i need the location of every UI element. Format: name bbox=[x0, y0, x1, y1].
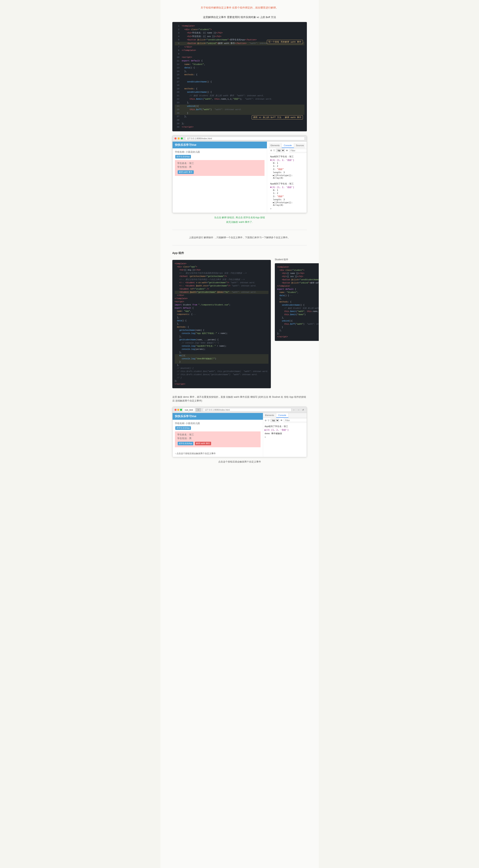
green-annotation-1: 当点击 解绑 按钮后, 再点击 把学生名给App 按钮 bbox=[172, 216, 307, 219]
devtools-clear[interactable]: ⊘ bbox=[270, 149, 272, 152]
code-block-1: 1<template> 2 <div class="student"> 3 <h… bbox=[172, 22, 307, 131]
btn-unbind-2[interactable]: 解绑 wahh 事件 bbox=[195, 442, 211, 445]
browser-tab-active-2[interactable]: vue_test bbox=[183, 408, 195, 412]
student-section-2: 学生姓名：张三 学生性别：男 把学生名给App 解绑 wahh 事件 bbox=[175, 431, 261, 447]
browser-mockup-2: vue_test + 127.0.0.1:8080/index.html ← →… bbox=[172, 407, 307, 457]
devtools-filter-icon-2: ▽ bbox=[268, 419, 269, 422]
middle-text: 上面这样进行 解绑操作 ，只能解绑一个自定义事件，下面我们来学习一下解绑多个自定… bbox=[172, 236, 307, 239]
browser-content-1: 快快乐乐学习Vue 学校名称: 小葵花幼儿园 把学生名给App 学生姓名：张三 … bbox=[173, 142, 307, 213]
devtools-top-select[interactable]: top bbox=[276, 149, 285, 152]
browser-tab-plus-2[interactable]: + bbox=[196, 408, 201, 412]
devtools-tab-elements-2[interactable]: Elements bbox=[263, 413, 276, 417]
bottom-note: 点击这个按钮后就会触发两个自定义事件 bbox=[172, 460, 307, 464]
student-code-col: Student 组件 <template> <div class="studen… bbox=[275, 258, 319, 392]
devtools-content-1: App收到了学生名：张三 ▼(3) [1, 2, '你好'] 0: 1 1: 2… bbox=[269, 153, 305, 211]
browser-devtools-1: Elements Console Sources Network ⊘ ▽ top… bbox=[267, 142, 307, 213]
devtools-top-select-2[interactable]: top bbox=[270, 419, 279, 422]
vue-app-header-1: 快快乐乐学习Vue bbox=[173, 142, 267, 148]
console-array-b1: ▶(3) [1, 2, '你好'] bbox=[265, 429, 305, 431]
code-annotation-2: 调用 vc 身上的 $off 方法 ，解绑 mahh 事件 bbox=[252, 115, 303, 119]
browser-nav-forward[interactable]: → bbox=[297, 409, 301, 411]
code-annotation-1: 写一个按钮 用来解绑 wahh 事件 bbox=[267, 40, 303, 44]
devtools-eye-2: 👁 bbox=[280, 419, 282, 422]
btn-get-student-2[interactable]: 把学生名给App bbox=[178, 442, 194, 445]
browser-nav-back[interactable]: ← bbox=[292, 409, 296, 411]
code-block-app: <template> <div class="app"> <h3>{{ msg … bbox=[172, 260, 271, 388]
app-code-col: <template> <div class="app"> <h3>{{ msg … bbox=[172, 258, 271, 392]
page-wrapper: 关于给组件解绑自定义事件 在那个组件绑定的，就在哪里进行解绑。 这里解绑自定义事… bbox=[161, 0, 319, 868]
browser-toolbar-1: 127.0.0.1:8080/index.html bbox=[173, 135, 307, 142]
browser-left-1: 快快乐乐学习Vue 学校名称: 小葵花幼儿园 把学生名给App 学生姓名：张三 … bbox=[173, 142, 267, 213]
devtools-tabs-2: Elements Console bbox=[263, 413, 307, 418]
section-heading: App 组件 bbox=[172, 251, 307, 255]
devtools-tab-console[interactable]: Console bbox=[282, 143, 294, 148]
top-notice: 关于给组件解绑自定义事件 在那个组件绑定的，就在哪里进行解绑。 bbox=[172, 4, 307, 11]
devtools-toolbar-1: ⊘ ▽ top 👁 bbox=[269, 148, 305, 153]
browser-dot-red-2 bbox=[174, 409, 176, 411]
school-label-2: 学校名称: 小葵花幼儿园 bbox=[175, 422, 261, 425]
browser-dot-green-1 bbox=[181, 137, 183, 140]
devtools-filter-input-2[interactable] bbox=[284, 418, 307, 422]
devtools-tab-console-2[interactable]: Console bbox=[276, 413, 288, 418]
code-block-student: <template> <div class="student"> <h2>{{ … bbox=[275, 263, 319, 341]
browser-url-2: 127.0.0.1:8080/index.html bbox=[203, 408, 292, 412]
devtools-clear-2[interactable]: ⊘ bbox=[265, 419, 267, 422]
devtools-filter-input[interactable] bbox=[289, 149, 307, 152]
devtools-tabs-1: Elements Console Sources Network bbox=[269, 143, 305, 148]
devtools-tab-sources[interactable]: Sources bbox=[294, 143, 306, 148]
browser-toolbar-2: vue_test + 127.0.0.1:8080/index.html ← →… bbox=[173, 407, 307, 413]
btn-get-1[interactable]: 把学生名给App bbox=[175, 155, 191, 158]
student-name-2: 学生姓名：张三 bbox=[177, 433, 258, 436]
two-col-1: <template> <div class="app"> <h3>{{ msg … bbox=[172, 258, 307, 392]
student-col-label: Student 组件 bbox=[275, 258, 319, 261]
console-log-b2: demo 事件被触发 bbox=[265, 432, 305, 435]
devtools-eye: 👁 bbox=[286, 149, 288, 152]
btn-get-school-2[interactable]: 把学生名给App bbox=[175, 426, 191, 430]
browser-nav-refresh[interactable]: ↺ bbox=[301, 409, 305, 411]
browser-dot-yellow-1 bbox=[178, 137, 180, 140]
browser-url-1: 127.0.0.1:8080/index.html bbox=[185, 137, 305, 140]
browser-dot-green-2 bbox=[180, 409, 182, 411]
student-sex-1: 学生性别：男 bbox=[177, 165, 262, 169]
vue-app-header-2: 快快乐乐学习Vue bbox=[173, 413, 263, 420]
student-sex-2: 学生性别：男 bbox=[177, 437, 258, 440]
devtools-tab-network[interactable]: Network bbox=[306, 143, 307, 148]
student-name-1: 学生姓名：张三 bbox=[177, 162, 262, 165]
browser-dot-yellow-2 bbox=[177, 409, 179, 411]
browser-content-2: 快快乐乐学习Vue 学校名称: 小葵花幼儿园 把学生名给App 学生姓名：张三 … bbox=[173, 413, 307, 457]
devtools-tab-elements[interactable]: Elements bbox=[269, 143, 282, 148]
console-array2: ▼(3) [1, 2, '你好'] 0: 1 1: 2 2: "你好" leng… bbox=[270, 186, 304, 207]
browser-devtools-2: Elements Console ⊘ ▽ top 👁 App收到了学生名：张三 … bbox=[263, 413, 307, 457]
btn-unbind-1[interactable]: 解绑 wahh 事件 bbox=[178, 170, 194, 174]
section-divider-1 bbox=[172, 230, 307, 230]
vue-app-body-1: 学校名称: 小葵花幼儿园 把学生名给App 学生姓名：张三 学生性别：男 解绑 … bbox=[173, 148, 267, 179]
top-notice-text: 关于给组件解绑自定义事件 在那个组件绑定的，就在哪里进行解绑。 bbox=[201, 6, 279, 9]
console-log-2: App收到了学生名：张三 bbox=[270, 182, 304, 185]
bottom-arrow-note: ↑ 点击这个按钮后就会触发两个自定义事件 bbox=[173, 452, 263, 457]
browser-mockup-1: 127.0.0.1:8080/index.html 快快乐乐学习Vue 学校名称… bbox=[172, 135, 307, 213]
console-caret-2: > bbox=[265, 436, 305, 438]
browser-dot-red-1 bbox=[174, 137, 176, 140]
console-log-1: App收到了学生名：张三 bbox=[270, 155, 304, 158]
info-note: 这里 触发 demo 事件，就不在重复按按钮的，直接 在触发 wahh 事件后面… bbox=[172, 395, 307, 403]
green-annotation-2: 就无法触发 wahh 事件了. bbox=[172, 220, 307, 224]
student-section-1: 学生姓名：张三 学生性别：男 解绑 wahh 事件 bbox=[175, 160, 265, 176]
console-log-b1: App收到了学生名：张三 bbox=[265, 425, 305, 428]
vue-app-body-2: 学校名称: 小葵花幼儿园 把学生名给App 学生姓名：张三 学生性别：男 把学生… bbox=[173, 420, 263, 451]
browser-left-2: 快快乐乐学习Vue 学校名称: 小葵花幼儿园 把学生名给App 学生姓名：张三 … bbox=[173, 413, 263, 457]
school-label-1: 学校名称: 小葵花幼儿园 bbox=[175, 150, 265, 154]
devtools-filter-icon: ▽ bbox=[273, 149, 275, 152]
console-array1: ▼(3) [1, 2, '你好'] 0: 1 1: 2 2: "你好" leng… bbox=[270, 159, 304, 180]
devtools-content-2: App收到了学生名：张三 ▶(3) [1, 2, '你好'] demo 事件被触… bbox=[263, 423, 307, 439]
console-caret: > bbox=[270, 207, 304, 210]
devtools-toolbar-2: ⊘ ▽ top 👁 bbox=[263, 418, 307, 423]
desc-text-1: 这里解绑自定义事件 需要使用到 组件实例对象 vc 上的 $off 方法 bbox=[172, 16, 307, 19]
